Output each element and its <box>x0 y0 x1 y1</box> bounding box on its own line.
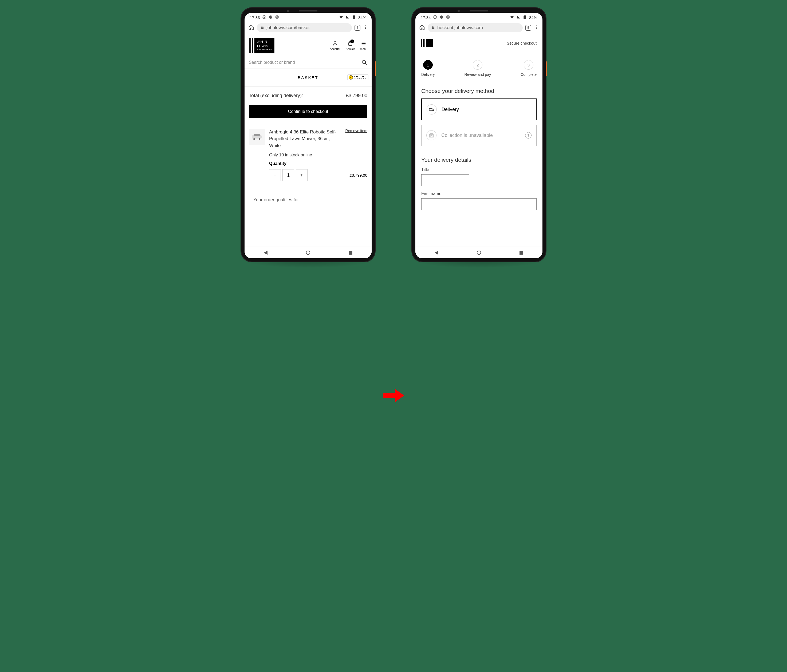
recent-button[interactable] <box>349 251 352 255</box>
home-icon[interactable] <box>419 24 425 31</box>
firstname-label: First name <box>421 191 537 196</box>
home-icon[interactable] <box>248 24 254 31</box>
title-label: Title <box>421 167 537 172</box>
title-field: Title <box>416 167 542 191</box>
status-bar: 17:33 84% <box>245 13 371 21</box>
url-bar[interactable]: heckout.johnlewis.com <box>428 23 523 32</box>
power-button <box>375 62 376 76</box>
basket-link[interactable]: 1 Basket <box>346 41 355 50</box>
url-bar[interactable]: johnlewis.com/basket <box>257 23 352 32</box>
status-time: 17:34 <box>421 15 431 20</box>
search-icon <box>362 60 367 65</box>
whatsapp-icon <box>262 15 266 20</box>
svg-point-10 <box>362 60 366 63</box>
store-icon <box>426 130 436 140</box>
transition-arrow <box>383 388 404 405</box>
quantity-label: Quantity <box>269 161 367 166</box>
title-input[interactable] <box>421 174 469 186</box>
svg-point-17 <box>446 16 450 19</box>
help-icon[interactable]: ? <box>525 132 531 139</box>
tab-count[interactable]: 5 <box>525 25 531 31</box>
firstname-field: First name <box>416 191 542 215</box>
remove-item-link[interactable]: Remove item <box>345 129 367 149</box>
person-icon <box>332 41 338 46</box>
battery-percent: 84% <box>358 15 366 20</box>
account-link[interactable]: Account <box>330 41 340 50</box>
recent-button[interactable] <box>520 251 523 255</box>
menu-dots-icon[interactable] <box>534 25 539 31</box>
lock-icon <box>431 26 435 30</box>
svg-rect-28 <box>431 136 432 137</box>
browser-toolbar: heckout.johnlewis.com 5 <box>416 21 542 35</box>
phone-left: 17:33 84% johnl <box>241 8 375 262</box>
svg-rect-12 <box>254 134 260 136</box>
battery-icon <box>352 15 356 20</box>
menu-button[interactable]: Menu <box>360 41 367 50</box>
total-value: £3,799.00 <box>346 93 367 98</box>
app-icon <box>439 15 444 20</box>
collection-option: Collection is unavailable ? <box>421 125 537 146</box>
svg-point-25 <box>430 110 431 111</box>
browser-toolbar: johnlewis.com/basket 5 <box>245 21 371 35</box>
step-review[interactable]: 2 Review and pay <box>465 60 491 77</box>
back-button[interactable] <box>264 251 267 255</box>
chrome-icon <box>275 15 279 20</box>
stock-status: Only 10 in stock online <box>269 153 367 158</box>
basket-badge: 1 <box>350 39 354 43</box>
svg-point-15 <box>433 16 437 19</box>
total-row: Total (excluding delivery): £3,799.00 <box>245 87 371 105</box>
step-complete[interactable]: 3 Complete <box>521 60 537 77</box>
qty-decrease-button[interactable]: − <box>269 169 281 181</box>
svg-point-14 <box>259 138 260 140</box>
svg-point-16 <box>440 16 443 19</box>
delivery-option[interactable]: Delivery <box>421 98 537 120</box>
hamburger-icon <box>361 41 367 46</box>
tab-count[interactable]: 5 <box>354 25 360 31</box>
svg-point-22 <box>536 27 537 28</box>
svg-point-8 <box>365 28 366 29</box>
product-thumbnail[interactable] <box>249 129 265 145</box>
svg-point-7 <box>365 27 366 28</box>
truck-icon <box>427 104 437 115</box>
url-text: johnlewis.com/basket <box>266 25 310 30</box>
phone-right: 17:34 84% heckout.johnlewis.com 5 <box>412 8 546 262</box>
status-time: 17:33 <box>250 15 260 20</box>
svg-point-18 <box>447 16 449 17</box>
wifi-icon <box>510 15 514 20</box>
order-qualifies-box: Your order qualifies for: <box>249 193 367 207</box>
signal-icon <box>516 15 521 20</box>
android-navbar <box>245 247 371 258</box>
svg-point-9 <box>334 42 336 44</box>
qty-value: 1 <box>283 169 294 181</box>
secure-checkout-label: Secure checkout <box>507 41 537 45</box>
back-button[interactable] <box>435 251 438 255</box>
wifi-icon <box>339 15 343 20</box>
svg-point-2 <box>275 16 279 19</box>
firstname-input[interactable] <box>421 198 537 210</box>
logo[interactable]: J♡HN LEWIS & PARTNERS <box>249 38 275 54</box>
svg-point-6 <box>365 25 366 26</box>
home-button[interactable] <box>306 251 310 255</box>
site-header: J♡HN LEWIS & PARTNERS Account 1 Basket <box>245 35 371 56</box>
product-title[interactable]: Ambrogio 4.36 Elite Robotic Self-Propell… <box>269 129 342 149</box>
app-icon <box>269 15 273 20</box>
checkout-steps: 1 Delivery 2 Review and pay 3 Complete <box>416 51 542 81</box>
home-button[interactable] <box>477 251 481 255</box>
checkout-button[interactable]: Continue to checkout <box>249 105 367 118</box>
menu-dots-icon[interactable] <box>363 25 368 31</box>
svg-point-13 <box>253 138 255 140</box>
search-bar[interactable]: Search product or brand <box>245 56 371 69</box>
svg-point-26 <box>433 110 433 111</box>
url-text: heckout.johnlewis.com <box>437 25 483 30</box>
basket-heading: BASKET ✓ Norton SECURED <box>245 69 371 87</box>
delivery-method-heading: Choose your delivery method <box>416 81 542 98</box>
svg-point-21 <box>536 25 537 26</box>
step-delivery[interactable]: 1 Delivery <box>421 60 435 77</box>
checkout-header: Secure checkout <box>416 35 542 51</box>
svg-point-23 <box>536 28 537 29</box>
logo-compact[interactable] <box>421 39 433 47</box>
qty-increase-button[interactable]: + <box>296 169 308 181</box>
svg-point-0 <box>263 16 266 19</box>
lock-icon <box>261 26 264 30</box>
svg-point-3 <box>276 16 278 17</box>
